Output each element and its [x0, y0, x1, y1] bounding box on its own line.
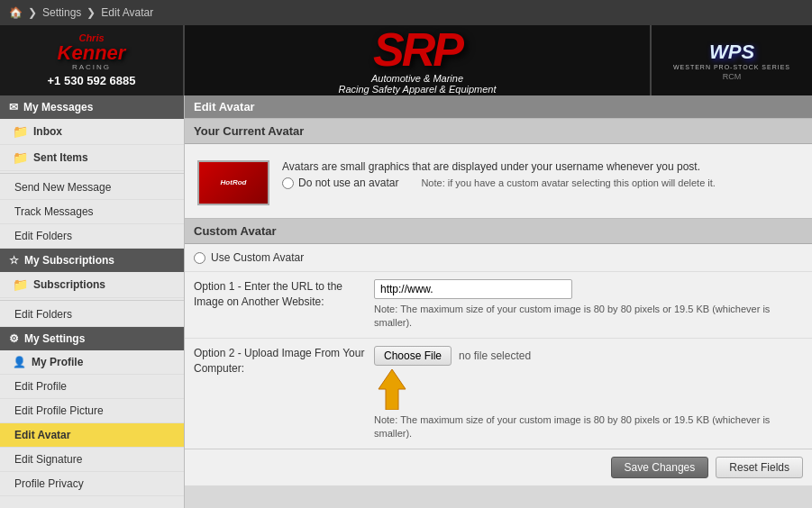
sidebar-item-track-messages[interactable]: Track Messages — [0, 200, 184, 224]
use-custom-row[interactable]: Use Custom Avatar — [185, 244, 812, 271]
avatar-image-box: HotRod — [197, 160, 269, 205]
breadcrumb-sep: ❯ — [28, 6, 37, 19]
wps-sub: Western Pro-Stock Series — [673, 64, 790, 70]
delete-note: Note: if you have a custom avatar select… — [421, 177, 716, 188]
svg-marker-0 — [379, 369, 406, 410]
arrow-container — [374, 369, 803, 410]
sidebar-item-edit-avatar[interactable]: Edit Avatar — [0, 423, 184, 448]
current-avatar-body: HotRod Avatars are small graphics that a… — [185, 144, 812, 218]
sidebar-item-send-message[interactable]: Send New Message — [0, 176, 184, 200]
tagline2: Racing Safety Apparel & Equipment — [338, 84, 496, 95]
reset-button[interactable]: Reset Fields — [716, 457, 803, 478]
breadcrumb: 🏠 ❯ Settings ❯ Edit Avatar — [9, 6, 153, 19]
choose-file-button[interactable]: Choose File — [374, 346, 452, 366]
folder-icon: 📁 — [13, 124, 28, 139]
sidebar-item-edit-profile[interactable]: Edit Profile — [0, 375, 184, 399]
wps-logo: WPS — [709, 41, 754, 64]
brand-name: Kenner — [58, 43, 126, 63]
breadcrumb-current: Edit Avatar — [101, 6, 153, 19]
save-button[interactable]: Save Changes — [611, 457, 709, 478]
top-bar: 🏠 ❯ Settings ❯ Edit Avatar — [0, 0, 812, 25]
custom-avatar-header: Custom Avatar — [185, 218, 812, 244]
breadcrumb-sep2: ❯ — [87, 6, 96, 19]
messages-icon: ✉ — [9, 101, 18, 113]
page-title: Edit Avatar — [185, 95, 812, 118]
option1-note: Note: The maximum size of your custom im… — [374, 303, 803, 331]
sidebar-header-messages: ✉ My Messages — [0, 95, 184, 119]
home-icon[interactable]: 🏠 — [9, 6, 23, 19]
content-inner: Edit Avatar Your Current Avatar HotRod A… — [185, 95, 812, 485]
breadcrumb-settings[interactable]: Settings — [42, 6, 81, 19]
srp-logo: SRP — [373, 26, 461, 73]
avatar-description: Avatars are small graphics that are disp… — [282, 160, 799, 173]
current-avatar-header: Your Current Avatar — [185, 118, 812, 144]
folder-icon: 📁 — [13, 277, 28, 292]
sidebar-item-profile-privacy[interactable]: Profile Privacy — [0, 472, 184, 496]
brand-phone: +1 530 592 6885 — [48, 74, 136, 87]
sidebar-item-inbox[interactable]: 📁 Inbox — [0, 119, 184, 145]
sidebar: ✉ My Messages 📁 Inbox 📁 Sent Items Send … — [0, 95, 185, 508]
sidebar-header-subscriptions: ☆ My Subscriptions — [0, 249, 184, 272]
folder-icon: 📁 — [13, 150, 28, 165]
brand-sub: Racing — [72, 63, 111, 71]
option1-row: Option 1 - Enter the URL to the Image on… — [185, 271, 812, 338]
sidebar-item-edit-signature[interactable]: Edit Signature — [0, 448, 184, 472]
option2-content: Choose File no file selected Note: The m… — [374, 346, 803, 441]
rcm-text: RCM — [723, 72, 742, 81]
sidebar-item-sent[interactable]: 📁 Sent Items — [0, 145, 184, 171]
tagline1: Automotive & Marine — [371, 73, 463, 84]
banner: Chris Kenner Racing +1 530 592 6885 SRP … — [0, 25, 812, 95]
option2-note: Note: The maximum size of your custom im… — [374, 413, 803, 441]
option1-content: Note: The maximum size of your custom im… — [374, 279, 803, 331]
sidebar-item-subscriptions[interactable]: 📁 Subscriptions — [0, 272, 184, 298]
no-avatar-radio[interactable] — [282, 177, 294, 189]
main-layout: ✉ My Messages 📁 Inbox 📁 Sent Items Send … — [0, 95, 812, 508]
option2-row: Option 2 - Upload Image From Your Comput… — [185, 338, 812, 449]
option2-label: Option 2 - Upload Image From Your Comput… — [194, 346, 365, 376]
banner-left: Chris Kenner Racing +1 530 592 6885 — [0, 25, 185, 95]
option1-label: Option 1 - Enter the URL to the Image on… — [194, 279, 365, 310]
sidebar-header-settings: ⚙ My Settings — [0, 327, 184, 350]
use-custom-radio[interactable] — [194, 252, 205, 264]
avatar-area: HotRod Avatars are small graphics that a… — [197, 153, 799, 209]
file-upload-row: Choose File no file selected — [374, 346, 803, 366]
no-file-label: no file selected — [459, 349, 531, 362]
banner-right: WPS Western Pro-Stock Series RCM — [650, 25, 812, 95]
arrow-icon — [374, 369, 410, 410]
avatar-image: HotRod — [199, 162, 268, 204]
no-avatar-option[interactable]: Do not use an avatar Note: if you have a… — [282, 177, 799, 189]
settings-icon: ⚙ — [9, 332, 19, 345]
avatar-info: Avatars are small graphics that are disp… — [282, 160, 799, 191]
sidebar-item-my-profile[interactable]: 👤 My Profile — [0, 350, 184, 375]
url-input[interactable] — [374, 279, 572, 299]
banner-center: SRP Automotive & Marine Racing Safety Ap… — [185, 25, 650, 95]
avatar-text: HotRod — [221, 178, 247, 187]
subscriptions-icon: ☆ — [9, 254, 19, 267]
content-area: Edit Avatar Your Current Avatar HotRod A… — [185, 95, 812, 508]
sidebar-item-edit-folders-msg[interactable]: Edit Folders — [0, 224, 184, 249]
profile-icon: 👤 — [13, 356, 26, 368]
bottom-buttons: Save Changes Reset Fields — [185, 449, 812, 485]
sidebar-item-edit-folders-sub[interactable]: Edit Folders — [0, 303, 184, 327]
sidebar-item-edit-profile-picture[interactable]: Edit Profile Picture — [0, 399, 184, 423]
